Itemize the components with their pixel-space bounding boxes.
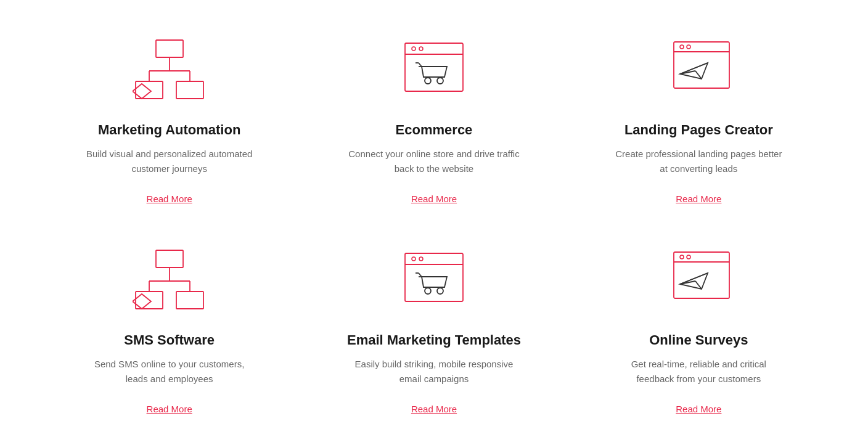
- paper-plane2-icon: [655, 241, 742, 321]
- card-desc: Build visual and personalized automated …: [83, 147, 256, 176]
- card-title: Marketing Automation: [98, 122, 240, 138]
- svg-point-43: [437, 288, 443, 294]
- svg-point-38: [419, 257, 423, 261]
- svg-rect-26: [156, 250, 183, 267]
- cart2-icon: [391, 241, 477, 321]
- card-online-surveys: Online Surveys Get real-time, reliable a…: [567, 222, 831, 433]
- svg-point-42: [425, 288, 431, 294]
- cart-icon: [391, 31, 477, 111]
- card-desc: Connect your online store and drive traf…: [348, 147, 520, 176]
- card-desc: Create professional landing pages better…: [612, 147, 785, 176]
- card-ecommerce: Ecommerce Connect your online store and …: [301, 12, 566, 222]
- svg-point-37: [412, 257, 416, 261]
- svg-point-17: [437, 78, 443, 84]
- card-landing-pages: Landing Pages Creator Create professiona…: [567, 12, 831, 222]
- card-title: Landing Pages Creator: [624, 122, 773, 138]
- card-email-marketing: Email Marketing Templates Easily build s…: [301, 222, 566, 433]
- svg-point-12: [419, 47, 423, 51]
- read-more-link[interactable]: Read More: [676, 194, 721, 204]
- card-title: Email Marketing Templates: [347, 332, 521, 348]
- read-more-link[interactable]: Read More: [147, 194, 192, 204]
- svg-rect-2: [176, 81, 203, 99]
- read-more-link[interactable]: Read More: [676, 404, 721, 414]
- card-title: Online Surveys: [649, 332, 748, 348]
- svg-rect-28: [176, 292, 203, 309]
- paper-plane-icon: [655, 31, 742, 111]
- features-grid: Marketing Automation Build visual and pe…: [0, 0, 868, 445]
- automation2-icon: [126, 241, 213, 321]
- read-more-link[interactable]: Read More: [411, 404, 457, 414]
- card-marketing-automation: Marketing Automation Build visual and pe…: [37, 12, 301, 222]
- automation-icon: [126, 31, 213, 111]
- svg-point-46: [680, 255, 684, 259]
- svg-point-47: [687, 255, 690, 259]
- read-more-link[interactable]: Read More: [411, 194, 457, 204]
- svg-point-16: [425, 78, 431, 84]
- card-desc: Easily build striking, mobile responsive…: [348, 357, 520, 386]
- card-desc: Send SMS online to your customers, leads…: [83, 357, 256, 386]
- card-title: SMS Software: [124, 332, 215, 348]
- card-title: Ecommerce: [396, 122, 473, 138]
- card-sms-software: SMS Software Send SMS online to your cus…: [37, 222, 301, 433]
- svg-point-21: [687, 45, 690, 49]
- read-more-link[interactable]: Read More: [147, 404, 192, 414]
- card-desc: Get real-time, reliable and critical fee…: [612, 357, 785, 386]
- svg-point-11: [412, 47, 416, 51]
- svg-rect-0: [156, 40, 183, 57]
- svg-point-20: [680, 45, 684, 49]
